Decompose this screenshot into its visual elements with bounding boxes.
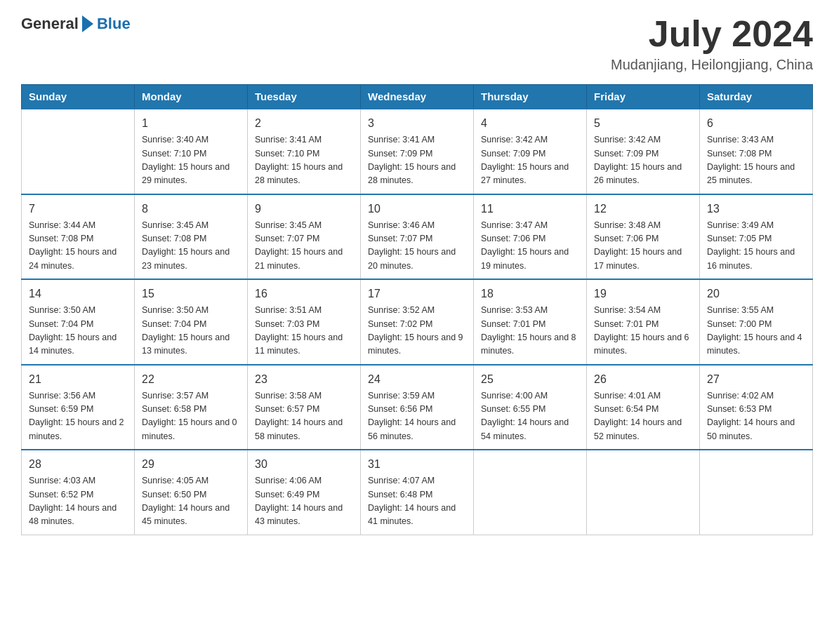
daylight-text: Daylight: 15 hours and 16 minutes.	[707, 247, 795, 270]
daylight-text: Daylight: 15 hours and 17 minutes.	[594, 247, 682, 270]
sunrise-text: Sunrise: 3:53 AM	[481, 305, 548, 315]
day-number: 17	[368, 286, 466, 302]
daylight-text: Daylight: 15 hours and 25 minutes.	[707, 162, 795, 185]
sunset-text: Sunset: 7:07 PM	[255, 234, 319, 243]
daylight-text: Daylight: 15 hours and 4 minutes.	[707, 333, 802, 356]
calendar-week-5: 28Sunrise: 4:03 AMSunset: 6:52 PMDayligh…	[22, 450, 813, 535]
day-info: Sunrise: 3:47 AMSunset: 7:06 PMDaylight:…	[481, 219, 579, 274]
sunrise-text: Sunrise: 3:42 AM	[594, 135, 661, 145]
sunrise-text: Sunrise: 3:41 AM	[255, 135, 322, 145]
day-info: Sunrise: 3:41 AMSunset: 7:10 PMDaylight:…	[255, 133, 353, 188]
calendar-cell-w5-d2: 29Sunrise: 4:05 AMSunset: 6:50 PMDayligh…	[135, 450, 248, 535]
sunset-text: Sunset: 6:49 PM	[255, 490, 319, 499]
day-number: 15	[142, 286, 240, 302]
calendar-cell-w3-d2: 15Sunrise: 3:50 AMSunset: 7:04 PMDayligh…	[135, 279, 248, 365]
calendar-cell-w4-d3: 23Sunrise: 3:58 AMSunset: 6:57 PMDayligh…	[248, 365, 361, 450]
daylight-text: Daylight: 15 hours and 8 minutes.	[481, 333, 576, 356]
day-number: 4	[481, 115, 579, 132]
sunset-text: Sunset: 6:53 PM	[707, 404, 772, 414]
col-friday: Friday	[587, 85, 700, 109]
daylight-text: Daylight: 15 hours and 11 minutes.	[255, 333, 343, 356]
daylight-text: Daylight: 14 hours and 54 minutes.	[481, 417, 569, 441]
calendar-cell-w5-d4: 31Sunrise: 4:07 AMSunset: 6:48 PMDayligh…	[361, 450, 474, 535]
day-number: 24	[368, 371, 466, 388]
sunrise-text: Sunrise: 3:54 AM	[594, 305, 661, 315]
day-number: 30	[255, 456, 353, 473]
sunrise-text: Sunrise: 4:02 AM	[707, 391, 774, 401]
sunrise-text: Sunrise: 3:41 AM	[368, 135, 435, 145]
col-saturday: Saturday	[700, 85, 813, 109]
sunrise-text: Sunrise: 3:51 AM	[255, 305, 322, 315]
sunrise-text: Sunrise: 3:57 AM	[142, 391, 208, 401]
sunset-text: Sunset: 7:03 PM	[255, 319, 319, 329]
sunset-text: Sunset: 6:55 PM	[481, 404, 545, 414]
day-number: 21	[29, 371, 127, 388]
day-info: Sunrise: 3:42 AMSunset: 7:09 PMDaylight:…	[594, 133, 692, 188]
day-number: 2	[255, 115, 353, 132]
daylight-text: Daylight: 15 hours and 20 minutes.	[368, 247, 456, 270]
page-header: General Blue July 2024 Mudanjiang, Heilo…	[21, 14, 813, 73]
day-info: Sunrise: 3:45 AMSunset: 7:07 PMDaylight:…	[255, 219, 353, 274]
col-sunday: Sunday	[22, 85, 135, 109]
day-number: 11	[481, 201, 579, 217]
day-info: Sunrise: 3:50 AMSunset: 7:04 PMDaylight:…	[29, 304, 127, 358]
daylight-text: Daylight: 15 hours and 26 minutes.	[594, 162, 682, 185]
col-monday: Monday	[135, 85, 248, 109]
day-info: Sunrise: 3:54 AMSunset: 7:01 PMDaylight:…	[594, 304, 692, 358]
sunset-text: Sunset: 7:06 PM	[481, 234, 545, 243]
day-number: 27	[707, 371, 805, 388]
calendar-cell-w1-d1	[22, 109, 135, 194]
calendar-table: Sunday Monday Tuesday Wednesday Thursday…	[21, 84, 813, 535]
day-info: Sunrise: 3:57 AMSunset: 6:58 PMDaylight:…	[142, 389, 240, 444]
day-number: 12	[594, 201, 692, 217]
calendar-cell-w2-d7: 13Sunrise: 3:49 AMSunset: 7:05 PMDayligh…	[700, 194, 813, 280]
sunrise-text: Sunrise: 4:06 AM	[255, 476, 322, 485]
day-number: 13	[707, 201, 805, 217]
daylight-text: Daylight: 15 hours and 29 minutes.	[142, 162, 230, 185]
day-info: Sunrise: 4:06 AMSunset: 6:49 PMDaylight:…	[255, 474, 353, 529]
calendar-cell-w2-d6: 12Sunrise: 3:48 AMSunset: 7:06 PMDayligh…	[587, 194, 700, 280]
daylight-text: Daylight: 15 hours and 21 minutes.	[255, 247, 343, 270]
sunset-text: Sunset: 7:09 PM	[594, 149, 658, 159]
sunset-text: Sunset: 7:01 PM	[594, 319, 658, 329]
sunset-text: Sunset: 6:52 PM	[29, 490, 93, 499]
daylight-text: Daylight: 15 hours and 6 minutes.	[594, 333, 689, 356]
location-subtitle: Mudanjiang, Heilongjiang, China	[611, 57, 813, 73]
day-number: 28	[29, 456, 127, 473]
sunrise-text: Sunrise: 3:50 AM	[142, 305, 208, 315]
day-info: Sunrise: 3:49 AMSunset: 7:05 PMDaylight:…	[707, 219, 805, 274]
calendar-cell-w5-d7	[700, 450, 813, 535]
daylight-text: Daylight: 14 hours and 50 minutes.	[707, 417, 795, 441]
calendar-week-4: 21Sunrise: 3:56 AMSunset: 6:59 PMDayligh…	[22, 365, 813, 450]
day-info: Sunrise: 3:41 AMSunset: 7:09 PMDaylight:…	[368, 133, 466, 188]
day-info: Sunrise: 3:51 AMSunset: 7:03 PMDaylight:…	[255, 304, 353, 358]
daylight-text: Daylight: 15 hours and 23 minutes.	[142, 247, 230, 270]
calendar-cell-w3-d1: 14Sunrise: 3:50 AMSunset: 7:04 PMDayligh…	[22, 279, 135, 365]
sunset-text: Sunset: 6:50 PM	[142, 490, 206, 499]
calendar-cell-w5-d5	[474, 450, 587, 535]
calendar-cell-w2-d2: 8Sunrise: 3:45 AMSunset: 7:08 PMDaylight…	[135, 194, 248, 280]
sunrise-text: Sunrise: 3:48 AM	[594, 220, 661, 230]
sunrise-text: Sunrise: 3:44 AM	[29, 220, 95, 230]
sunrise-text: Sunrise: 4:07 AM	[368, 476, 435, 485]
sunrise-text: Sunrise: 3:47 AM	[481, 220, 548, 230]
calendar-cell-w4-d2: 22Sunrise: 3:57 AMSunset: 6:58 PMDayligh…	[135, 365, 248, 450]
day-info: Sunrise: 3:40 AMSunset: 7:10 PMDaylight:…	[142, 133, 240, 188]
day-number: 23	[255, 371, 353, 388]
calendar-cell-w3-d6: 19Sunrise: 3:54 AMSunset: 7:01 PMDayligh…	[587, 279, 700, 365]
daylight-text: Daylight: 15 hours and 28 minutes.	[255, 162, 343, 185]
day-info: Sunrise: 4:07 AMSunset: 6:48 PMDaylight:…	[368, 474, 466, 529]
sunset-text: Sunset: 6:54 PM	[594, 404, 658, 414]
day-info: Sunrise: 3:50 AMSunset: 7:04 PMDaylight:…	[142, 304, 240, 358]
day-info: Sunrise: 4:02 AMSunset: 6:53 PMDaylight:…	[707, 389, 805, 444]
daylight-text: Daylight: 15 hours and 0 minutes.	[142, 417, 237, 441]
sunset-text: Sunset: 7:02 PM	[368, 319, 432, 329]
day-info: Sunrise: 3:56 AMSunset: 6:59 PMDaylight:…	[29, 389, 127, 444]
daylight-text: Daylight: 15 hours and 2 minutes.	[29, 417, 124, 441]
day-info: Sunrise: 3:48 AMSunset: 7:06 PMDaylight:…	[594, 219, 692, 274]
calendar-cell-w1-d2: 1Sunrise: 3:40 AMSunset: 7:10 PMDaylight…	[135, 109, 248, 194]
sunset-text: Sunset: 7:08 PM	[142, 234, 206, 243]
calendar-cell-w2-d4: 10Sunrise: 3:46 AMSunset: 7:07 PMDayligh…	[361, 194, 474, 280]
sunset-text: Sunset: 7:04 PM	[142, 319, 206, 329]
sunrise-text: Sunrise: 3:52 AM	[368, 305, 435, 315]
